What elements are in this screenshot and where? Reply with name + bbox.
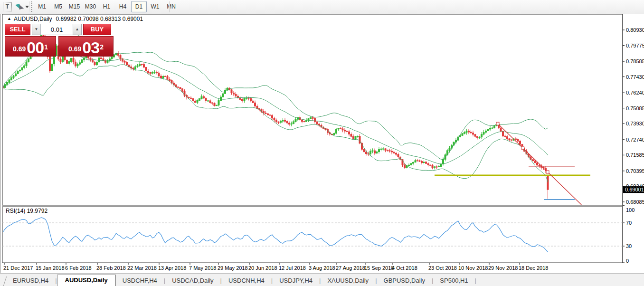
sell-price-pip: 1 [44, 37, 48, 57]
one-click-trading-panel: SELL ▼ ▲ BUY 0.69 00 1 0.69 03 2 [5, 24, 114, 57]
volume-stepper: ▼ ▲ [32, 24, 82, 35]
price-tick-label: 0.75085 [626, 105, 644, 111]
sell-price-big: 00 [27, 40, 44, 55]
date-label: 3 Aug 2018 [309, 265, 335, 271]
date-label: 4 Oct 2018 [392, 265, 417, 271]
rsi-indicator-label: RSI(14) 19.9792 [6, 208, 47, 214]
date-label: 28 Feb 2018 [96, 265, 126, 271]
price-tick-label: 0.78585 [626, 58, 644, 64]
rsi-scale-label: 0 [626, 258, 629, 264]
date-label: 22 Mar 2018 [127, 265, 157, 271]
symbol-period-label: AUDUSD,Daily [14, 16, 52, 22]
trendline-handle[interactable] [546, 171, 549, 173]
date-label: 23 Oct 2018 [428, 265, 457, 271]
buy-price-big: 03 [82, 40, 99, 55]
sell-price-small: 0.69 [13, 43, 26, 55]
date-label: 18 Dec 2018 [519, 265, 548, 271]
mt4-terminal-window: T M1M5M15M30H1H4D1W1MN 0.809300.797750.7… [0, 0, 644, 286]
price-tick-label: 0.72740 [626, 137, 644, 143]
date-label: 10 Nov 2018 [458, 265, 488, 271]
date-label: 15 Sep 2018 [364, 265, 394, 271]
volume-decrease-button[interactable]: ▼ [32, 24, 41, 35]
price-tick-label: 0.76240 [626, 90, 644, 95]
rsi-pane[interactable] [2, 207, 623, 263]
buy-price-display[interactable]: 0.69 03 2 [58, 36, 114, 57]
price-tick-label: 0.70395 [626, 168, 644, 174]
date-label: 29 May 2018 [218, 265, 248, 271]
price-tick-label: 0.80930 [626, 27, 644, 33]
buy-button[interactable]: BUY [83, 24, 111, 35]
trendline-handle[interactable] [521, 146, 524, 149]
rsi-scale-label: 30 [626, 243, 632, 249]
date-label: 6 Feb 2018 [65, 265, 92, 271]
rsi-scale-label: 70 [626, 220, 632, 226]
sell-button[interactable]: SELL [5, 24, 30, 35]
chart-title: ▲AUDUSD,Daily0.69982 0.70098 0.68313 0.6… [7, 16, 143, 22]
date-label: 7 May 2018 [189, 265, 216, 271]
collapse-arrow-icon[interactable]: ▲ [7, 16, 11, 21]
price-tick-label: 0.71585 [626, 152, 644, 158]
date-label: 20 Jun 2018 [248, 265, 277, 271]
date-label: 15 Jan 2018 [36, 265, 65, 271]
price-tick-label: 0.77430 [626, 74, 644, 80]
ohlc-values: 0.69982 0.70098 0.68313 0.69001 [56, 16, 143, 22]
trendline-handle[interactable] [496, 122, 499, 125]
current-price-value: 0.69001 [625, 187, 644, 192]
volume-input[interactable] [41, 24, 73, 35]
time-axis: 21 Dec 201715 Jan 20186 Feb 201828 Feb 2… [3, 263, 548, 271]
price-tick-label: 0.73930 [626, 121, 644, 126]
date-label: 29 Nov 2018 [488, 265, 518, 271]
buy-price-pip: 2 [100, 37, 104, 57]
date-label: 27 Aug 2018 [336, 265, 365, 271]
sell-price-display[interactable]: 0.69 00 1 [5, 36, 56, 57]
date-label: 12 Jul 2018 [279, 265, 306, 271]
date-label: 21 Dec 2017 [3, 265, 33, 271]
buy-price-small: 0.69 [68, 43, 81, 55]
volume-increase-button[interactable]: ▲ [73, 24, 81, 35]
price-tick-label: 0.68085 [626, 199, 644, 205]
rsi-scale-label: 100 [626, 207, 635, 213]
date-label: 13 Apr 2018 [158, 265, 186, 271]
price-tick-label: 0.79775 [626, 43, 644, 48]
